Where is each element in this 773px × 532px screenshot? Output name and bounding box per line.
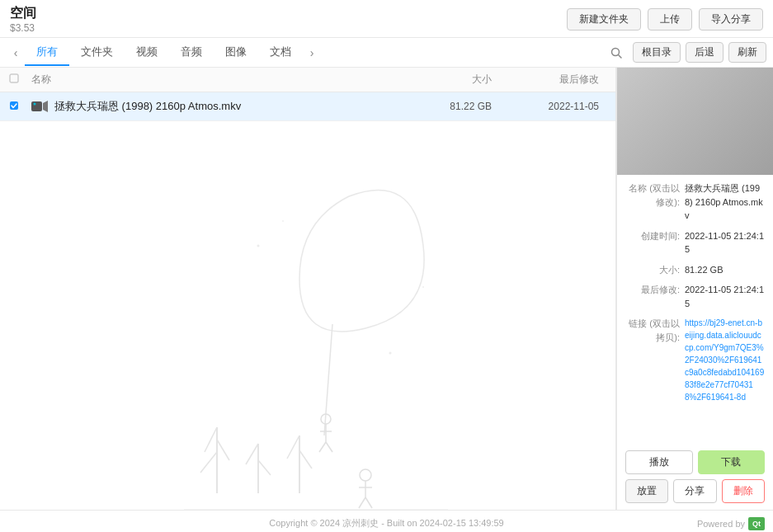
- detail-name-value: 拯救大兵瑞恩 (1998) 2160p Atmos.mkv: [685, 181, 765, 223]
- detail-modified-row: 最后修改: 2022-11-05 21:24:15: [625, 283, 765, 310]
- qt-logo: Qt: [748, 517, 765, 530]
- footer: Copyright © 2024 凉州刺史 - Built on 2024-02…: [0, 510, 773, 532]
- detail-modified-value: 2022-11-05 21:24:15: [685, 283, 765, 310]
- refresh-button[interactable]: 刷新: [728, 42, 766, 63]
- detail-size-label: 大小:: [625, 263, 685, 277]
- detail-size-row: 大小: 81.22 GB: [625, 263, 765, 277]
- detail-created-row: 创建时间: 2022-11-05 21:24:15: [625, 229, 765, 257]
- detail-name-label: 名称 (双击以修改):: [625, 181, 685, 223]
- forward-arrow[interactable]: ›: [303, 44, 321, 62]
- svg-point-29: [257, 245, 260, 247]
- play-button[interactable]: 播放: [625, 450, 693, 474]
- check-column: [8, 73, 31, 87]
- file-date-cell: 2022-11-05: [508, 101, 607, 112]
- svg-marker-5: [43, 101, 48, 112]
- file-size-cell: 81.22 GB: [426, 101, 508, 112]
- download-button[interactable]: 下载: [698, 450, 766, 474]
- detail-buttons-row2: 放置 分享 删除: [625, 479, 765, 503]
- svg-line-27: [365, 497, 372, 508]
- detail-created-label: 创建时间:: [625, 229, 685, 257]
- nav-right: 根目录 后退 刷新: [605, 41, 766, 64]
- header-left: 空间 $3.53: [10, 5, 36, 34]
- detail-created-value: 2022-11-05 21:24:15: [685, 229, 765, 257]
- detail-size-value: 81.22 GB: [685, 263, 765, 277]
- detail-modified-label: 最后修改:: [625, 283, 685, 310]
- detail-link-row: 链接 (双击以拷贝): https://bj29-enet.cn-beijing…: [625, 317, 765, 403]
- detail-thumbnail: [617, 68, 773, 175]
- svg-point-30: [389, 352, 392, 355]
- header-buttons: 新建文件夹 上传 导入分享: [567, 8, 763, 31]
- svg-line-11: [319, 442, 326, 452]
- row-check[interactable]: [8, 100, 31, 114]
- powered-by-text: Powered by: [697, 519, 745, 529]
- main-area: 名称 大小 最后修改 拯救: [0, 68, 773, 510]
- svg-line-19: [258, 460, 271, 475]
- svg-line-18: [246, 444, 258, 464]
- svg-point-8: [321, 414, 331, 424]
- detail-panel: 名称 (双击以修改): 拯救大兵瑞恩 (1998) 2160p Atmos.mk…: [616, 68, 773, 510]
- nav-tabs: ‹ 所有 文件夹 视频 音频 图像 文档 › 根目录 后退 刷新: [0, 38, 773, 68]
- svg-line-15: [217, 440, 229, 460]
- file-type-icon: [31, 98, 48, 115]
- table-row[interactable]: 拯救大兵瑞恩 (1998) 2160p Atmos.mkv 81.22 GB 2…: [0, 92, 615, 121]
- name-column-header: 名称: [31, 73, 426, 87]
- svg-line-12: [326, 442, 332, 452]
- date-column-header: 最后修改: [508, 73, 607, 87]
- delete-button[interactable]: 删除: [722, 479, 765, 503]
- detail-link-label: 链接 (双击以拷贝):: [625, 317, 685, 403]
- svg-point-6: [34, 103, 36, 106]
- svg-point-23: [360, 469, 371, 481]
- file-name-text: 拯救大兵瑞恩 (1998) 2160p Atmos.mkv: [54, 99, 426, 114]
- svg-line-26: [359, 497, 365, 508]
- copyright-text: Copyright © 2024 凉州刺史 - Built on 2024-02…: [269, 517, 504, 530]
- svg-line-14: [205, 427, 217, 452]
- detail-buttons-row1: 播放 下载: [625, 450, 765, 474]
- svg-line-7: [324, 324, 332, 435]
- edit-button[interactable]: 放置: [625, 479, 668, 503]
- tab-folder[interactable]: 文件夹: [69, 40, 125, 66]
- detail-name-row: 名称 (双击以修改): 拯救大兵瑞恩 (1998) 2160p Atmos.mk…: [625, 181, 765, 223]
- root-button[interactable]: 根目录: [633, 42, 681, 63]
- svg-rect-4: [31, 101, 42, 111]
- svg-line-21: [287, 435, 299, 459]
- detail-info: 名称 (双击以修改): 拯救大兵瑞恩 (1998) 2160p Atmos.mk…: [617, 175, 773, 417]
- back-button[interactable]: 后退: [686, 42, 724, 63]
- detail-link-value[interactable]: https://bj29-enet.cn-beijing.data.aliclo…: [685, 317, 765, 403]
- header: 空间 $3.53 新建文件夹 上传 导入分享: [0, 0, 773, 38]
- share-button[interactable]: 分享: [673, 479, 716, 503]
- svg-line-1: [619, 54, 622, 58]
- page-title: 空间: [10, 5, 36, 22]
- size-column-header: 大小: [426, 73, 508, 87]
- svg-point-31: [282, 220, 284, 222]
- tab-video[interactable]: 视频: [125, 40, 169, 66]
- tab-doc[interactable]: 文档: [258, 40, 303, 66]
- detail-buttons: 播放 下载 放置 分享 删除: [617, 444, 773, 510]
- back-arrow[interactable]: ‹: [7, 44, 25, 62]
- new-folder-button[interactable]: 新建文件夹: [567, 8, 641, 31]
- table-header: 名称 大小 最后修改: [0, 68, 615, 92]
- tab-audio[interactable]: 音频: [169, 40, 214, 66]
- svg-line-22: [299, 450, 312, 468]
- storage-size: $3.53: [10, 22, 36, 34]
- svg-rect-2: [10, 74, 18, 82]
- thumbnail-image: [617, 68, 773, 175]
- tab-image[interactable]: 图像: [214, 40, 258, 66]
- search-icon[interactable]: [605, 41, 628, 64]
- svg-point-32: [422, 286, 424, 288]
- background-illustration: [134, 180, 481, 510]
- tab-all[interactable]: 所有: [25, 40, 69, 66]
- powered-by: Powered by Qt: [697, 517, 765, 530]
- file-list[interactable]: 名称 大小 最后修改 拯救: [0, 68, 616, 510]
- import-share-button[interactable]: 导入分享: [699, 8, 763, 31]
- svg-line-16: [200, 452, 217, 473]
- upload-button[interactable]: 上传: [648, 8, 692, 31]
- file-name-cell: 拯救大兵瑞恩 (1998) 2160p Atmos.mkv: [31, 98, 426, 115]
